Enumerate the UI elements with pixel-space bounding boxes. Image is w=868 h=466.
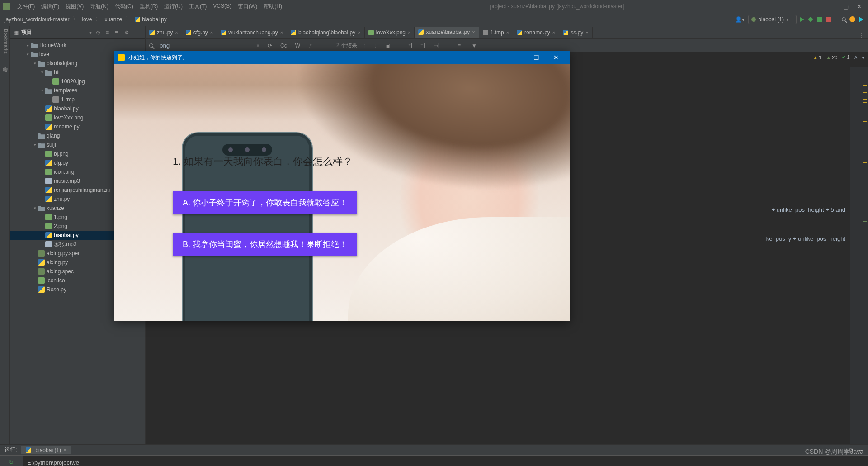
menu-导航(N)[interactable]: 导航(N) (87, 2, 111, 11)
run-config-label: biaobai (1) (758, 16, 784, 23)
menu-运行(U)[interactable]: 运行(U) (161, 2, 185, 11)
chevron-down-icon[interactable]: v (862, 55, 865, 60)
add-selection-icon[interactable]: ⁺I (406, 43, 414, 49)
menu-视图(V)[interactable]: 视图(V) (63, 2, 86, 11)
user-icon[interactable]: 👤▾ (735, 16, 745, 23)
editor-tabs: zhu.py×cfg.py×wuxiantanchuang.py×biaobai… (146, 26, 868, 39)
clear-search-icon[interactable]: × (255, 43, 261, 49)
regex-icon[interactable]: .* (307, 43, 314, 49)
pygame-minimize-button[interactable]: — (506, 54, 526, 61)
tab-cfg.py[interactable]: cfg.py× (182, 27, 217, 38)
menu-窗口(W)[interactable]: 窗口(W) (235, 2, 260, 11)
window-titlebar: 文件(F)编辑(E)视图(V)导航(N)代码(C)重构(R)运行(U)工具(T)… (0, 0, 868, 13)
expand-all-icon[interactable]: ≡ (104, 29, 110, 36)
run-tab[interactable]: biaobai (1) × (21, 446, 71, 454)
search-everywhere-button[interactable] (842, 17, 846, 21)
stop-button[interactable] (826, 17, 831, 22)
inspections-widget[interactable]: 1 20 1 ʌ v (813, 54, 864, 60)
tab-loveXxx.png[interactable]: loveXxx.png× (365, 27, 415, 38)
regex-toggle-icon[interactable]: ⟳ (266, 43, 274, 49)
tab-zhu.py[interactable]: zhu.py× (146, 27, 182, 38)
run-tool-header: 运行: biaobai (1) × ⚙ — (0, 444, 868, 455)
filter-search-icon[interactable]: ≡↓ (456, 43, 465, 49)
close-tab-icon[interactable]: × (280, 30, 283, 35)
close-tab-icon[interactable]: × (472, 29, 475, 35)
next-match-icon[interactable]: ↓ (373, 43, 379, 49)
crumb-0[interactable]: jayzhou_wordcloud-master (5, 16, 69, 23)
filter-icon[interactable]: ▼ (470, 43, 479, 49)
tab-rename.py[interactable]: rename.py× (513, 27, 559, 38)
ok-count: 1 (842, 54, 849, 60)
words-icon[interactable]: W (293, 43, 302, 49)
bookmarks-tool[interactable]: Bookmarks (1, 29, 9, 54)
pygame-window: 小姐姐，你的快递到了。 — ☐ ✕ 1. 如果有一天我向你表白，你会怎么样？ A… (114, 51, 570, 321)
chevron-up-icon[interactable]: ʌ (854, 54, 858, 60)
crumb-1[interactable]: love (82, 16, 92, 23)
more-tabs-icon[interactable]: ⋮ (855, 32, 868, 38)
hide-icon[interactable]: — (133, 29, 142, 36)
pygame-maximize-button[interactable]: ☐ (526, 54, 546, 61)
menu-代码(C)[interactable]: 代码(C) (112, 2, 136, 11)
close-tab-icon[interactable]: × (506, 30, 509, 35)
option-b-button[interactable]: B. 我拿你当闺蜜，你居然想睡我！果断拒绝！ (173, 233, 357, 256)
run-config-combo[interactable]: biaobai (1) ▾ (748, 15, 797, 24)
question-text: 1. 如果有一天我向你表白，你会怎么样？ (173, 155, 353, 168)
close-tab-icon[interactable]: × (358, 30, 360, 35)
tab-1.tmp[interactable]: 1.tmp× (479, 27, 513, 38)
collapse-all-icon[interactable]: ≣ (113, 29, 120, 36)
breadcrumb: jayzhou_wordcloud-master〉love〉xuanze〉bia… (5, 15, 735, 23)
menu-文件(F)[interactable]: 文件(F) (14, 2, 38, 11)
menu-VCS(S)[interactable]: VCS(S) (210, 2, 234, 11)
run-settings-icon[interactable]: ⚙ (849, 447, 854, 453)
window-title: project - xuanze\biaobai.py [jayzhou_wor… (285, 3, 829, 10)
menu-工具(T)[interactable]: 工具(T) (186, 2, 209, 11)
pygame-close-button[interactable]: ✕ (546, 54, 566, 61)
tree-item-HomeWork[interactable]: ▸HomeWork (10, 41, 145, 50)
find-results: 2 个结果 (336, 42, 357, 49)
match-case-icon[interactable]: Cc (278, 43, 289, 49)
error-stripe[interactable] (850, 67, 868, 444)
hide-run-icon[interactable]: — (858, 447, 863, 453)
pygame-surface[interactable]: 1. 如果有一天我向你表白，你会怎么样？ A. 你小子终于开窍了，你敢表白我就敢… (114, 64, 570, 321)
select-all-icon[interactable]: ▣ (383, 43, 392, 49)
remove-selection-icon[interactable]: ⁻I (419, 43, 426, 49)
run-button[interactable] (800, 17, 804, 22)
crumb-2[interactable]: xuanze (104, 16, 122, 23)
close-tab-icon[interactable]: × (210, 30, 213, 35)
config-icon (751, 17, 756, 22)
coverage-button[interactable] (817, 17, 822, 22)
menu-帮助(H)[interactable]: 帮助(H) (261, 2, 285, 11)
left-gutter: Bookmarks 结构 (0, 26, 10, 444)
minimize-button[interactable]: — (829, 3, 835, 10)
settings-icon[interactable]: ⚙ (123, 29, 131, 36)
prev-match-icon[interactable]: ↑ (362, 43, 368, 49)
select-all-occ-icon[interactable]: ▭I (431, 43, 441, 49)
menu-重构(R)[interactable]: 重构(R) (137, 2, 161, 11)
run-label: 运行: (5, 446, 17, 454)
warning-count-1: 1 (813, 55, 821, 60)
code-with-me-icon[interactable] (859, 17, 863, 22)
rerun-button[interactable]: ↻ (7, 458, 15, 466)
debug-button[interactable] (808, 17, 813, 22)
project-view-icon: ▦ (14, 29, 19, 36)
project-panel-title: 项目 (21, 29, 86, 36)
menu-编辑(E)[interactable]: 编辑(E) (38, 2, 62, 11)
close-tab-icon[interactable]: × (175, 30, 178, 35)
tab-wuxiantanchuang.py[interactable]: wuxiantanchuang.py× (217, 27, 287, 38)
select-opened-file-icon[interactable]: ⊙ (94, 29, 102, 36)
console-output[interactable]: E:\python\project\ve pygame 2.1.2 (SDL 2… (23, 456, 868, 466)
close-button[interactable]: ✕ (857, 3, 862, 10)
tab-xuanze\biaobai.py[interactable]: xuanze\biaobai.py× (415, 27, 479, 38)
ide-update-icon[interactable] (849, 16, 855, 22)
tab-biaobaiqiang\biaobai.py[interactable]: biaobaiqiang\biaobai.py× (287, 27, 365, 38)
close-tab-icon[interactable]: × (408, 30, 410, 35)
maximize-button[interactable]: ▢ (843, 3, 849, 10)
option-a-button[interactable]: A. 你小子终于开窍了，你敢表白我就敢答应！ (173, 191, 357, 214)
crumb-3[interactable]: biaobai.py (135, 16, 167, 23)
close-tab-icon[interactable]: × (552, 30, 555, 35)
find-input[interactable] (160, 42, 250, 49)
tab-ss.py[interactable]: ss.py× (559, 27, 592, 38)
close-tab-icon[interactable]: × (585, 30, 588, 35)
close-tab-icon[interactable]: × (63, 447, 66, 453)
background-sweater (348, 217, 570, 321)
